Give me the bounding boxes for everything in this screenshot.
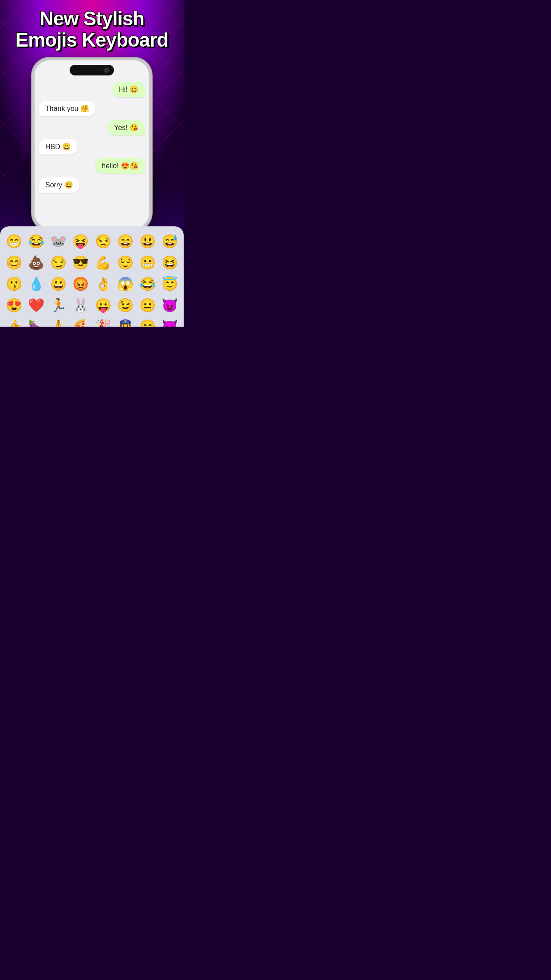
emoji-grinning-teeth[interactable]: 😁	[4, 232, 24, 251]
emoji-stuck-out-tongue[interactable]: 😝	[71, 232, 91, 251]
emoji-laughing[interactable]: 😆	[160, 253, 180, 273]
phone-mockup: Hi! 😀 Thank you 🤗 Yes! 😘 HBD 😀 hello! 😍😘…	[0, 58, 184, 231]
phone-frame: Hi! 😀 Thank you 🤗 Yes! 😘 HBD 😀 hello! 😍😘…	[32, 58, 152, 231]
emoji-grid: 😁 😂 🐭 😝 😒 😄 😃 😅 😊 💩 😏 😎 💪 😌 😬 😆 😗 💧 😀 😡 …	[4, 232, 180, 327]
emoji-ok-hand[interactable]: 👌	[93, 274, 113, 294]
phone-notch	[70, 65, 114, 75]
emoji-smile[interactable]: 😄	[115, 232, 135, 251]
emoji-blush[interactable]: 😊	[4, 253, 24, 273]
message-5: hello! 😍😘	[95, 158, 145, 174]
emoji-smiling-devil[interactable]: 😈	[160, 296, 180, 315]
emoji-kissing[interactable]: 😗	[4, 274, 24, 294]
message-6: Sorry 😀	[39, 177, 79, 193]
emoji-smiley[interactable]: 😃	[138, 232, 158, 251]
emoji-sweat-smile[interactable]: 😅	[160, 232, 180, 251]
emoji-angry[interactable]: 😡	[71, 274, 91, 294]
title-line1: New Stylish	[39, 8, 144, 29]
message-2: Thank you 🤗	[39, 101, 95, 116]
message-4: HBD 😀	[39, 139, 77, 154]
message-1: Hi! 😀	[113, 82, 145, 97]
emoji-happy[interactable]: 😄	[138, 317, 158, 327]
emoji-wink[interactable]: 😉	[115, 296, 135, 315]
emoji-police[interactable]: 👮	[115, 317, 135, 327]
emoji-pray[interactable]: 🙏	[48, 317, 69, 327]
emoji-relieved[interactable]: 😌	[115, 253, 135, 273]
emoji-pizza[interactable]: 🍕	[71, 317, 91, 327]
emoji-unamused[interactable]: 😒	[93, 232, 113, 251]
emoji-heart-eyes[interactable]: 😍	[4, 296, 24, 315]
emoji-rabbit[interactable]: 🐰	[71, 296, 91, 315]
title-line2: Emojis Keyboard	[16, 29, 168, 51]
emoji-eggplant[interactable]: 🍆	[26, 317, 46, 327]
emoji-tongue[interactable]: 😛	[93, 296, 113, 315]
emoji-heart[interactable]: ❤️	[26, 296, 46, 315]
emoji-neutral[interactable]: 😐	[138, 296, 158, 315]
emoji-mouse[interactable]: 🐭	[48, 232, 69, 251]
emoji-party[interactable]: 🎉	[93, 317, 113, 327]
app-title: New Stylish Emojis Keyboard	[0, 0, 184, 55]
emoji-sweat-drops[interactable]: 💧	[26, 274, 46, 294]
chat-area: Hi! 😀 Thank you 🤗 Yes! 😘 HBD 😀 hello! 😍😘…	[35, 60, 149, 197]
emoji-runner[interactable]: 🏃	[48, 296, 69, 315]
emoji-poop[interactable]: 💩	[26, 253, 46, 273]
emoji-grimacing[interactable]: 😬	[138, 253, 158, 273]
emoji-smirk[interactable]: 😏	[48, 253, 69, 273]
emoji-thumbsup[interactable]: 👍	[4, 317, 24, 327]
emoji-innocent[interactable]: 😇	[160, 274, 180, 294]
emoji-grinning[interactable]: 😀	[48, 274, 69, 294]
emoji-devil[interactable]: 👿	[160, 317, 180, 327]
emoji-scream[interactable]: 😱	[115, 274, 135, 294]
phone-screen: Hi! 😀 Thank you 🤗 Yes! 😘 HBD 😀 hello! 😍😘…	[35, 60, 149, 228]
emoji-muscle[interactable]: 💪	[93, 253, 113, 273]
keyboard-panel: 😁 😂 🐭 😝 😒 😄 😃 😅 😊 💩 😏 😎 💪 😌 😬 😆 😗 💧 😀 😡 …	[0, 226, 184, 327]
emoji-tears-of-joy[interactable]: 😂	[26, 232, 46, 251]
emoji-joy[interactable]: 😂	[138, 274, 158, 294]
message-3: Yes! 😘	[108, 120, 145, 135]
emoji-sunglasses[interactable]: 😎	[71, 253, 91, 273]
